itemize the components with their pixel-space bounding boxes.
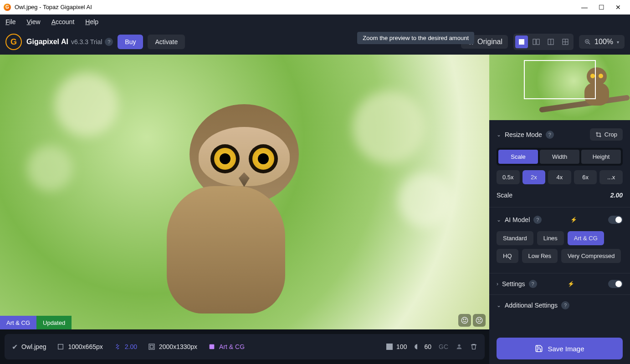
svg-point-17 <box>480 319 481 320</box>
scale-custom-button[interactable]: ...x <box>599 170 623 184</box>
check-icon: ✔ <box>12 343 18 351</box>
svg-rect-20 <box>150 345 154 349</box>
buy-button[interactable]: Buy <box>118 35 143 49</box>
bb-model: Art & CG <box>208 343 245 350</box>
save-image-button[interactable]: Save Image <box>497 338 623 359</box>
bottom-status-bar: ✔ Owl.jpeg 1000x665px 2.00 2000x1330px <box>5 334 485 359</box>
crop-button[interactable]: Crop <box>590 128 623 141</box>
sidebar: ⌄ Resize Mode ? Crop Scale Width Height … <box>489 55 630 364</box>
svg-rect-18 <box>58 344 63 349</box>
mode-scale-button[interactable]: Scale <box>498 150 538 164</box>
view-single-button[interactable] <box>515 35 528 48</box>
view-grid-button[interactable] <box>559 35 572 48</box>
window-title-filename: Owl.jpeg <box>15 4 38 10</box>
ai-help-icon[interactable]: ? <box>533 216 542 224</box>
quality-icon <box>386 344 393 350</box>
mode-height-button[interactable]: Height <box>581 150 621 164</box>
svg-point-12 <box>461 317 468 324</box>
svg-rect-1 <box>533 39 536 45</box>
additional-help-icon[interactable]: ? <box>561 301 569 309</box>
bb-filename: ✔ Owl.jpeg <box>12 343 46 351</box>
settings-title: Settings <box>502 280 525 288</box>
scale-label: Scale <box>497 192 512 199</box>
minimize-button[interactable]: — <box>581 4 588 11</box>
zoom-in-icon <box>584 39 591 45</box>
dpi-icon <box>414 344 420 350</box>
app-name: Gigapixel AI <box>26 38 68 46</box>
svg-point-23 <box>458 344 460 347</box>
trash-icon[interactable] <box>470 343 477 350</box>
chevron-down-icon: ▾ <box>617 40 619 45</box>
app-version: v6.3.3 Trial <box>71 38 102 46</box>
dimensions-icon <box>57 343 64 350</box>
chevron-down-icon[interactable]: ⌄ <box>497 217 501 223</box>
chevron-right-icon[interactable]: › <box>497 281 498 287</box>
svg-point-16 <box>478 319 479 320</box>
bb-scale: 2.00 <box>114 343 137 350</box>
model-standard-button[interactable]: Standard <box>497 231 533 245</box>
zoom-control[interactable]: 100% ▾ <box>579 35 625 49</box>
save-label: Save Image <box>548 345 584 353</box>
maximize-button[interactable]: ☐ <box>599 4 604 11</box>
mode-width-button[interactable]: Width <box>540 150 579 164</box>
profile-icon[interactable] <box>456 343 463 350</box>
additional-title: Additional Settings <box>505 302 558 309</box>
save-icon <box>535 344 543 353</box>
zoom-value: 100% <box>594 38 613 46</box>
lightning-icon: ⚡ <box>570 217 577 223</box>
resize-help-icon[interactable]: ? <box>546 131 554 139</box>
settings-help-icon[interactable]: ? <box>529 280 537 288</box>
chevron-down-icon[interactable]: ⌄ <box>497 302 501 308</box>
chevron-down-icon[interactable]: ⌄ <box>497 131 501 138</box>
ai-auto-toggle[interactable] <box>608 216 623 224</box>
menu-view[interactable]: View <box>27 18 41 25</box>
crop-icon <box>595 131 602 138</box>
menu-account[interactable]: Account <box>51 18 75 25</box>
preview-area[interactable]: Art & CG Updated ✔ Owl.jpeg 1000x665px <box>0 55 489 364</box>
lightning-icon: ⚡ <box>568 281 574 287</box>
bb-output-size: 2000x1330px <box>148 343 197 350</box>
svg-rect-21 <box>210 344 215 349</box>
original-label: Original <box>477 38 502 46</box>
navigator-viewport[interactable] <box>524 60 596 99</box>
menu-file[interactable]: File <box>5 18 16 25</box>
close-button[interactable]: ✕ <box>615 4 621 11</box>
model-lowres-button[interactable]: Low Res <box>522 249 558 263</box>
navigator-thumbnail[interactable] <box>489 55 630 120</box>
scale-6x-button[interactable]: 6x <box>574 170 597 184</box>
svg-rect-19 <box>149 344 154 349</box>
feedback-smile-button[interactable] <box>458 314 471 327</box>
window-titlebar: G Owl.jpeg - Topaz Gigapixel AI — ☐ ✕ <box>0 0 630 15</box>
scale-4x-button[interactable]: 4x <box>548 170 571 184</box>
settings-auto-toggle[interactable] <box>608 280 623 288</box>
bb-original-size: 1000x665px <box>57 343 102 350</box>
model-artcg-button[interactable]: Art & CG <box>568 231 604 245</box>
model-icon <box>208 343 215 350</box>
zoom-tooltip: Zoom the preview to the desired amount <box>357 32 474 44</box>
svg-point-13 <box>463 319 464 320</box>
app-icon: G <box>4 4 11 11</box>
menu-help[interactable]: Help <box>85 18 98 25</box>
window-title-app: Topaz Gigapixel AI <box>43 4 92 10</box>
scale-05x-button[interactable]: 0.5x <box>497 170 520 184</box>
svg-line-9 <box>589 43 590 45</box>
svg-point-15 <box>476 317 482 324</box>
model-vcomp-button[interactable]: Very Compressed <box>561 249 621 263</box>
status-badge: Art & CG Updated <box>0 316 72 329</box>
view-side-button[interactable] <box>544 35 557 48</box>
view-split-v-button[interactable] <box>530 35 543 48</box>
scale-value: 2.00 <box>610 192 623 199</box>
version-help-icon[interactable]: ? <box>105 38 113 46</box>
feedback-frown-button[interactable] <box>473 314 486 327</box>
preview-image[interactable]: Art & CG Updated <box>0 55 489 329</box>
scale-2x-button[interactable]: 2x <box>522 170 546 184</box>
status-model: Art & CG <box>0 316 36 329</box>
menubar: File View Account Help <box>0 15 630 29</box>
model-hq-button[interactable]: HQ <box>497 249 518 263</box>
ai-model-title: AI Model <box>505 216 530 223</box>
activate-button[interactable]: Activate <box>148 35 185 49</box>
view-mode-group <box>513 34 574 50</box>
output-icon <box>148 343 155 350</box>
status-state: Updated <box>36 316 72 329</box>
model-lines-button[interactable]: Lines <box>537 231 564 245</box>
